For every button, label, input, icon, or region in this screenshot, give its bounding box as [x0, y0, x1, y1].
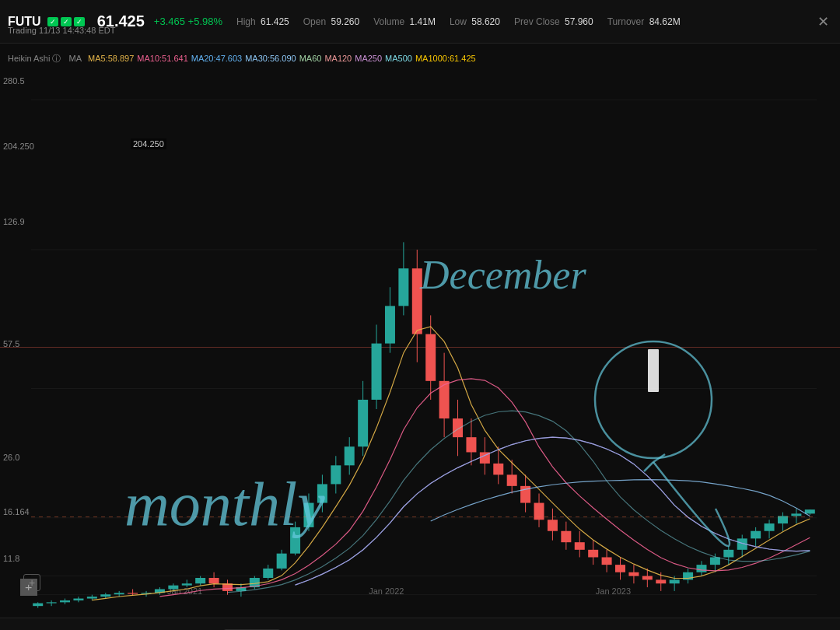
high-stat: High 61.425 — [236, 16, 289, 27]
check3: ✓ — [74, 17, 85, 26]
ma10-label: MA10:51.641 — [137, 54, 187, 63]
ma120-label: MA120 — [324, 54, 352, 63]
volume-stat: Volume 1.41M — [373, 16, 436, 27]
check2: ✓ — [61, 17, 72, 26]
peak-price-label: 204.250 — [131, 138, 166, 149]
chart-area[interactable]: 280.5 204.250 126.9 57.5 26.0 16.164 11.… — [0, 73, 840, 618]
ma1000-label: MA1000:61.425 — [415, 54, 476, 63]
header-stats: High 61.425 Open 59.260 Volume 1.41M Low… — [236, 16, 681, 27]
add-chart-button[interactable]: + — [23, 574, 40, 591]
ma-label: MA — [68, 54, 82, 63]
ma20-label: MA20:47.603 — [191, 54, 242, 63]
bottom-bar: ⊟ Daily Weekly Monthly Quarterly Yearly … — [0, 618, 840, 630]
price-change: +3.465 +5.98% — [154, 16, 222, 27]
panel-icon[interactable] — [717, 626, 744, 631]
tool-group — [717, 626, 837, 631]
ma-subheader: Heikin Ashi ⓘ MA MA5:58.897 MA10:51.641 … — [0, 44, 840, 73]
ma500-label: MA500 — [385, 54, 412, 63]
ticker-checks: ✓ ✓ ✓ — [47, 17, 85, 26]
low-stat: Low 58.620 — [450, 16, 500, 27]
pencil-icon[interactable] — [748, 626, 775, 631]
trading-info: Trading 11/13 14:43:48 EDT — [8, 26, 115, 35]
prev-close-stat: Prev Close 57.960 — [514, 16, 593, 27]
candlestick-chart — [0, 73, 840, 618]
check1: ✓ — [47, 17, 58, 26]
layout-icon[interactable] — [779, 626, 806, 631]
ma5-label: MA5:58.897 — [88, 54, 134, 63]
ma30-label: MA30:56.090 — [245, 54, 296, 63]
turnover-stat: Turnover 84.62M — [607, 16, 681, 27]
open-stat: Open 59.260 — [303, 16, 359, 27]
sidebar-toggle[interactable]: ⊟ — [3, 626, 30, 631]
ma250-label: MA250 — [355, 54, 382, 63]
header-bar: FUTU ✓ ✓ ✓ 61.425 +3.465 +5.98% High 61.… — [0, 0, 840, 44]
close-button[interactable]: ✕ — [817, 13, 829, 30]
heikin-ashi-label: Heikin Ashi ⓘ — [8, 53, 61, 65]
grid-icon[interactable] — [810, 626, 837, 631]
ma60-label: MA60 — [299, 54, 322, 63]
